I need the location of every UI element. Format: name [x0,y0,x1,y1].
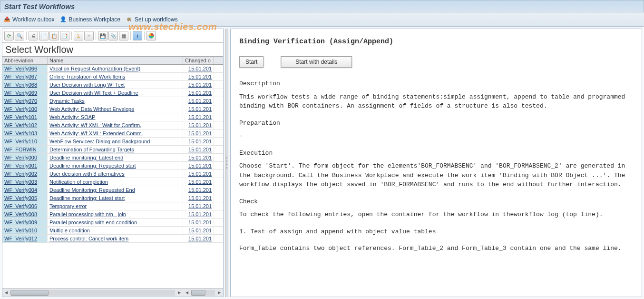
detail-panel[interactable]: Binding Verification (Assign/Append) Sta… [230,29,642,297]
cell-name[interactable]: Multiple condition [48,227,183,234]
cell-name[interactable]: Deadline monitoring: Latest end [48,154,183,161]
cell-abbreviation[interactable]: WF_Verify068 [2,81,48,89]
sum-icon[interactable]: Σ [74,31,83,40]
chart-icon[interactable] [146,31,156,40]
table-row[interactable]: WF_Verify067Online Translation of Work I… [2,73,223,81]
table-row[interactable]: WF_Verify070Dynamic Tasks15.01.201 [2,97,223,105]
cell-date[interactable]: 15.01.201 [183,210,214,218]
cell-date[interactable]: 15.01.201 [183,65,214,72]
layout-icon[interactable]: ▦ [119,31,128,40]
cell-name[interactable]: Notification of completion [48,178,183,186]
cell-name[interactable]: Dynamic Tasks [48,97,183,105]
sort-desc-icon[interactable]: 📑 [60,31,69,40]
cell-name[interactable]: WebFlow Services: Dialog and Background [48,138,183,145]
scroll-thumb[interactable] [10,290,49,296]
cell-abbreviation[interactable]: WF_Verify100 [2,105,48,113]
refresh-icon[interactable]: ⟳ [4,31,14,40]
table-row[interactable]: WF_Verify001Deadline monitoring: Request… [2,162,223,170]
cell-abbreviation[interactable]: WF_Verify002 [2,170,48,178]
scroll-left-icon[interactable]: ◀ [2,289,10,297]
scroll-track[interactable] [191,290,215,296]
cell-date[interactable]: 15.01.201 [183,170,214,178]
table-row[interactable]: WF_Verify012Process control: Cancel work… [2,235,223,243]
cell-abbreviation[interactable]: WF_Verify103 [2,130,48,137]
details-icon[interactable]: 🔍 [15,31,24,40]
cell-name[interactable]: User Decision with WI Text + Deadline [48,89,183,97]
cell-date[interactable]: 15.01.201 [183,235,214,242]
cell-date[interactable]: 15.01.201 [183,113,214,121]
cell-name[interactable]: Web Activity: Data Without Envelope [48,105,183,113]
table-row[interactable]: WF_Verify066Vacation Request Authorizati… [2,65,223,73]
cell-date[interactable]: 15.01.201 [183,178,214,186]
table-row[interactable]: WF_Verify010Multiple condition15.01.201 [2,227,223,235]
cell-abbreviation[interactable]: WF_Verify005 [2,194,48,202]
filter-icon[interactable]: 📄 [39,31,49,40]
cell-date[interactable]: 15.01.201 [183,105,214,113]
cell-date[interactable]: 15.01.201 [183,97,214,105]
sort-asc-icon[interactable]: 📋 [49,31,59,40]
cell-abbreviation[interactable]: WF_Verify004 [2,186,48,194]
table-row[interactable]: WF_Verify006Temporary error15.01.201 [2,202,223,210]
cell-abbreviation[interactable]: WF_Verify006 [2,202,48,210]
cell-name[interactable]: Temporary error [48,202,183,210]
hscroll-left[interactable]: ◀ ▶ [2,288,183,297]
table-row[interactable]: WF_Verify102Web Activity: Wf XML: Wait f… [2,121,223,130]
info-icon[interactable]: i [133,31,142,40]
cell-name[interactable]: Web Activity: SOAP [48,113,183,121]
vertical-splitter[interactable] [225,29,228,297]
cell-abbreviation[interactable]: WF_Verify001 [2,162,48,169]
scroll-thumb[interactable] [191,290,205,296]
cell-date[interactable]: 15.01.201 [183,130,214,137]
cell-abbreviation[interactable]: WF_Verify066 [2,65,48,72]
cell-date[interactable]: 15.01.201 [183,81,214,89]
business-workplace-link[interactable]: 👤 Business Workplace [60,16,120,23]
col-abbreviation[interactable]: Abbreviation [2,57,48,64]
cell-name[interactable]: Online Translation of Work Items [48,73,183,80]
cell-name[interactable]: Deadline monitoring: Requested start [48,162,183,169]
cell-name[interactable]: Deadline monitoring: Latest start [48,194,183,202]
col-changed-on[interactable]: Changed o [183,57,214,64]
cell-name[interactable]: Web Activity: Wf-XML: Extended Comm. [48,130,183,137]
table-row[interactable]: WF_Verify003Notification of completion15… [2,178,223,186]
cell-abbreviation[interactable]: WF_Verify067 [2,73,48,80]
table-row[interactable]: WF_Verify069User Decision with WI Text +… [2,89,223,97]
table-row[interactable]: WF_Verify110WebFlow Services: Dialog and… [2,138,223,146]
table-row[interactable]: WF_Verify008Parallel processing with n/n… [2,210,223,219]
cell-date[interactable]: 15.01.201 [183,186,214,194]
table-row[interactable]: WF_Verify004Deadline Monitoring: Request… [2,186,223,194]
cell-date[interactable]: 15.01.201 [183,194,214,202]
attach-icon[interactable]: 📎 [108,31,118,40]
table-row[interactable]: WF_Verify000Deadline monitoring: Latest … [2,154,223,162]
cell-abbreviation[interactable]: WF_Verify010 [2,227,48,234]
cell-abbreviation[interactable]: WF_Verify000 [2,154,48,161]
cell-date[interactable]: 15.01.201 [183,154,214,161]
cell-date[interactable]: 15.01.201 [183,162,214,169]
cell-name[interactable]: User Decision with Long WI Text [48,81,183,89]
table-row[interactable]: WF_Verify101Web Activity: SOAP15.01.201 [2,113,223,121]
cell-abbreviation[interactable]: WF_Verify008 [2,210,48,218]
export-icon[interactable]: 💾 [98,31,107,40]
cell-abbreviation[interactable]: WF_Verify070 [2,97,48,105]
table-row[interactable]: WF_Verify100Web Activity: Data Without E… [2,105,223,113]
cell-date[interactable]: 15.01.201 [183,73,214,80]
table-row[interactable]: WF_Verify005Deadline monitoring: Latest … [2,194,223,202]
cell-abbreviation[interactable]: WF_Verify003 [2,178,48,186]
cell-name[interactable]: User decision with 3 alternatives [48,170,183,178]
start-with-details-button[interactable]: Start with details [281,56,352,68]
cell-name[interactable]: Web Activity: Wf XML: Wait for Confirm. [48,121,183,129]
scroll-right-icon[interactable]: ▶ [176,289,183,297]
subsum-icon[interactable]: ≡ [84,31,94,40]
cell-name[interactable]: Process control: Cancel work item [48,235,183,242]
cell-date[interactable]: 15.01.201 [183,219,214,226]
col-name[interactable]: Name [48,57,183,64]
cell-name[interactable]: Parallel processing with n/n - join [48,210,183,218]
cell-name[interactable]: Deadline Monitoring: Requested End [48,186,183,194]
setup-workflows-link[interactable]: 🛠 Set up workflows [126,16,178,23]
table-row[interactable]: WF_FORWINDetermination of Forwarding Tar… [2,146,223,154]
cell-date[interactable]: 15.01.201 [183,121,214,129]
table-row[interactable]: WF_Verify009Parallel processing with end… [2,219,223,227]
cell-name[interactable]: Parallel processing with end condition [48,219,183,226]
cell-date[interactable]: 15.01.201 [183,202,214,210]
cell-date[interactable]: 15.01.201 [183,138,214,145]
start-button[interactable]: Start [239,56,263,68]
